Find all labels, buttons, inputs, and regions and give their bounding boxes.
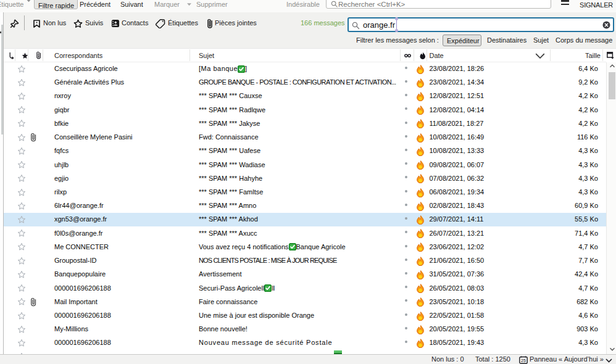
svg-text:25: 25 (521, 358, 526, 363)
